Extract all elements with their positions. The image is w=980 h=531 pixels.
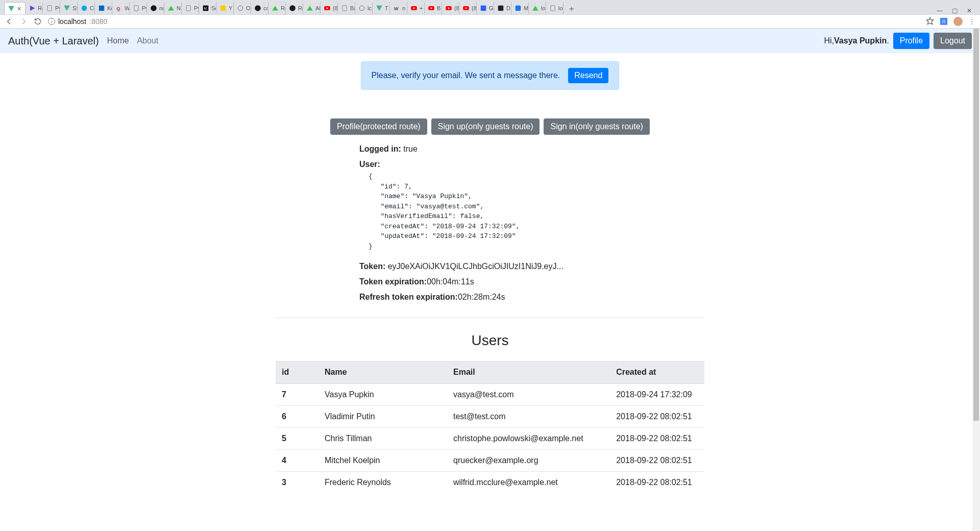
browser-tab[interactable]: Ba — [338, 2, 355, 14]
browser-tab[interactable]: (8 — [442, 2, 459, 14]
tab-favicon-icon — [81, 5, 88, 12]
browser-tab[interactable]: Py — [130, 2, 147, 14]
signup-route-button[interactable]: Sign up(only guests route) — [431, 118, 540, 135]
browser-tab[interactable]: + — [407, 2, 425, 14]
svg-marker-18 — [307, 6, 313, 10]
tab-label: (8 — [333, 5, 338, 11]
translate-icon[interactable]: 🅰 — [940, 17, 947, 26]
browser-tab[interactable]: Cc — [78, 2, 95, 14]
tab-label: (8 — [454, 5, 459, 11]
browser-tab[interactable]: lo — [546, 2, 564, 14]
browser-tab[interactable]: AF — [303, 2, 321, 14]
browser-tab[interactable]: Py — [43, 2, 60, 14]
browser-tab[interactable]: MSe — [199, 2, 216, 14]
profile-route-button[interactable]: Profile(protected route) — [330, 118, 427, 135]
cell-created: 2018-09-22 08:02:51 — [610, 450, 704, 472]
tab-label: Y — [229, 5, 232, 11]
scrollbar-thumb[interactable] — [973, 29, 979, 421]
tab-label: Py — [194, 5, 199, 11]
nav-reload-icon[interactable] — [34, 17, 42, 26]
tab-favicon-icon — [237, 5, 244, 12]
browser-tab[interactable]: Rc — [26, 2, 43, 14]
signin-route-button[interactable]: Sign in(only guests route) — [544, 118, 649, 135]
cell-email: qruecker@example.org — [447, 450, 610, 472]
vertical-scrollbar[interactable] — [972, 29, 980, 531]
window-minimize-icon[interactable]: — — [937, 7, 943, 14]
browser-tab[interactable]: B — [425, 2, 442, 14]
logout-button[interactable]: Logout — [934, 33, 972, 49]
browser-tab[interactable]: Wn — [390, 2, 407, 14]
nav-forward-icon[interactable] — [19, 17, 28, 26]
chrome-menu-icon[interactable]: ⋮ — [969, 18, 975, 25]
cell-email: wilfrid.mcclure@example.net — [447, 472, 610, 494]
tab-favicon-icon — [306, 5, 313, 12]
tab-favicon-icon — [497, 5, 504, 12]
tab-label: co — [263, 5, 268, 11]
new-tab-button[interactable]: ＋ — [568, 4, 576, 14]
cell-id: 7 — [276, 383, 318, 406]
browser-tab[interactable]: Py — [182, 2, 199, 14]
cell-id: 6 — [276, 406, 318, 428]
site-info-icon[interactable]: i — [48, 18, 55, 25]
bookmark-star-icon[interactable] — [926, 17, 934, 27]
browser-tab[interactable]: QW — [112, 2, 130, 14]
browser-tab[interactable]: G — [477, 2, 494, 14]
cell-id: 5 — [276, 428, 318, 450]
address-host: localhost — [58, 17, 86, 26]
tab-favicon-icon: M — [202, 5, 209, 12]
profile-button[interactable]: Profile — [893, 33, 929, 49]
browser-tab[interactable]: N — [164, 2, 182, 14]
window-maximize-icon[interactable]: ▢ — [952, 7, 958, 14]
browser-tab[interactable]: (8 — [459, 2, 477, 14]
tab-label: nu — [159, 5, 164, 11]
tab-favicon-icon — [445, 5, 452, 12]
svg-marker-38 — [926, 17, 933, 24]
tab-label: Rc — [38, 5, 43, 11]
tab-favicon-icon — [272, 5, 279, 12]
browser-tab[interactable]: Re — [286, 2, 303, 14]
tab-favicon-icon — [63, 5, 70, 12]
tab-favicon-icon: W — [393, 5, 400, 12]
tab-label: Py — [55, 5, 60, 11]
tab-favicon-icon — [410, 5, 418, 12]
profile-avatar-icon[interactable] — [953, 17, 963, 26]
browser-tab[interactable]: T — [373, 2, 390, 14]
nav-about-link[interactable]: About — [137, 36, 158, 45]
browser-tab[interactable]: SS — [60, 2, 78, 14]
browser-tab[interactable]: co — [251, 2, 268, 14]
browser-tab[interactable]: O — [234, 2, 251, 14]
tab-favicon-icon — [219, 5, 227, 12]
browser-tab[interactable]: Y — [216, 2, 234, 14]
browser-tab[interactable]: nu — [147, 2, 164, 14]
browser-tab[interactable]: lo — [529, 2, 546, 14]
browser-tab[interactable]: Ke — [95, 2, 112, 14]
address-bar[interactable]: i localhost:8080 — [48, 17, 920, 26]
user-json: { "id": 7, "name": "Vasya Pupkin", "emai… — [369, 172, 653, 251]
table-row: 6Vladimir Putintest@test.com2018-09-22 0… — [276, 406, 704, 428]
resend-button[interactable]: Resend — [568, 68, 608, 83]
tab-label: N — [177, 5, 181, 11]
browser-tab[interactable]: D — [494, 2, 511, 14]
alert-text: Please, verify your email. We sent a mes… — [372, 71, 560, 80]
tab-favicon-icon: Q — [115, 5, 122, 12]
tab-favicon-icon — [428, 5, 435, 12]
browser-tab-active[interactable]: ✕ — [4, 2, 26, 14]
browser-tab[interactable]: (8 — [321, 2, 338, 14]
browser-tab[interactable]: lc — [355, 2, 373, 14]
cell-created: 2018-09-22 08:02:51 — [610, 406, 704, 428]
col-created: Created at — [610, 361, 704, 384]
nav-home-link[interactable]: Home — [107, 36, 129, 45]
col-email: Email — [447, 361, 610, 384]
window-close-icon[interactable]: ✕ — [967, 7, 972, 14]
tab-favicon-icon — [514, 5, 522, 12]
section-divider — [276, 318, 704, 318]
browser-tab[interactable]: Rc — [268, 2, 286, 14]
logged-in-value: true — [403, 144, 418, 153]
browser-tab[interactable]: M — [511, 2, 529, 14]
users-table: id Name Email Created at 7Vasya Pupkinva… — [276, 361, 704, 493]
cell-created: 2018-09-22 08:02:51 — [610, 428, 704, 450]
cell-email: vasya@test.com — [447, 383, 610, 406]
nav-back-icon[interactable] — [5, 17, 13, 26]
close-tab-icon[interactable]: ✕ — [17, 6, 22, 11]
brand-title[interactable]: Auth(Vue + Laravel) — [8, 35, 99, 47]
